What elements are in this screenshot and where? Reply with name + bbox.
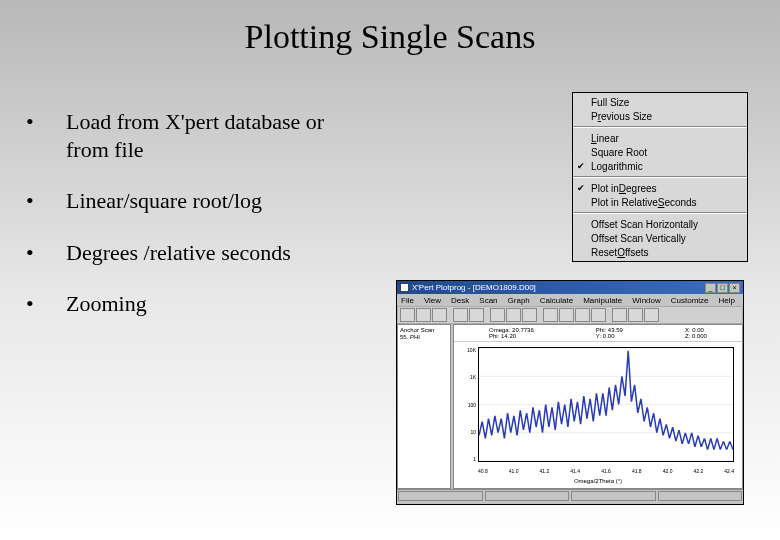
menu-offset-horizontal[interactable]: Offset Scan Horizontally (573, 217, 747, 231)
toolbar-button[interactable] (469, 308, 484, 322)
bullet-dot: • (26, 239, 66, 267)
context-menu: Full Size Previous Size Linear Square Ro… (572, 92, 748, 262)
bullet-text: Load from X'pert database or from file (66, 108, 366, 163)
toolbar-button[interactable] (490, 308, 505, 322)
plot-application-window: X'Pert Plotprog - [DEMO1809.D00] _ □ × F… (396, 280, 744, 505)
toolbar-button[interactable] (591, 308, 606, 322)
chart-svg (479, 348, 733, 461)
menu-previous-size[interactable]: Previous Size (573, 109, 747, 123)
toolbar-button[interactable] (400, 308, 415, 322)
toolbar-button[interactable] (644, 308, 659, 322)
bullet-list: •Load from X'pert database or from file … (26, 108, 366, 342)
menu-full-size[interactable]: Full Size (573, 95, 747, 109)
menu-square-root[interactable]: Square Root (573, 145, 747, 159)
scan-tree-sidebar[interactable]: Anchor Scan 55. PHI (397, 324, 451, 489)
toolbar-button[interactable] (543, 308, 558, 322)
close-button[interactable]: × (729, 283, 740, 293)
toolbar-button[interactable] (506, 308, 521, 322)
menu-window[interactable]: Window (632, 296, 660, 305)
toolbar-button[interactable] (416, 308, 431, 322)
minimize-button[interactable]: _ (705, 283, 716, 293)
menu-calculate[interactable]: Calculate (540, 296, 573, 305)
toolbar-button[interactable] (559, 308, 574, 322)
menu-logarithmic[interactable]: ✔Logarithmic (573, 159, 747, 173)
maximize-button[interactable]: □ (717, 283, 728, 293)
status-cell (658, 491, 743, 501)
menu-view[interactable]: View (424, 296, 441, 305)
menu-customize[interactable]: Customize (671, 296, 709, 305)
menu-graph[interactable]: Graph (508, 296, 530, 305)
status-cell (398, 491, 483, 501)
status-bar (397, 489, 743, 502)
bullet-item: •Linear/square root/log (26, 187, 366, 215)
menu-desk[interactable]: Desk (451, 296, 469, 305)
menu-offset-vertical[interactable]: Offset Scan Vertically (573, 231, 747, 245)
bullet-item: •Zooming (26, 290, 366, 318)
toolbar-button[interactable] (575, 308, 590, 322)
bullet-dot: • (26, 290, 66, 318)
menu-help[interactable]: Help (719, 296, 735, 305)
sidebar-line: 55. PHI (400, 334, 448, 341)
menu-file[interactable]: File (401, 296, 414, 305)
menu-linear[interactable]: Linear (573, 131, 747, 145)
toolbar-button[interactable] (612, 308, 627, 322)
app-icon (400, 283, 409, 292)
check-icon: ✔ (577, 161, 585, 171)
plot-canvas[interactable]: Omega: 20.7736Phi: 14.20 Phi: 43.59Y: 0.… (453, 324, 743, 489)
bullet-item: •Degrees /relative seconds (26, 239, 366, 267)
menu-plot-degrees[interactable]: ✔Plot in Degrees (573, 181, 747, 195)
menu-reset-offsets[interactable]: Reset Offsets (573, 245, 747, 259)
check-icon: ✔ (577, 183, 585, 193)
toolbar-button[interactable] (522, 308, 537, 322)
app-toolbar (397, 306, 743, 324)
chart-region[interactable] (478, 347, 734, 462)
window-titlebar[interactable]: X'Pert Plotprog - [DEMO1809.D00] _ □ × (397, 281, 743, 294)
menu-plot-seconds[interactable]: Plot in Relative Seconds (573, 195, 747, 209)
window-title: X'Pert Plotprog - [DEMO1809.D00] (412, 283, 536, 292)
slide-title: Plotting Single Scans (0, 0, 780, 56)
y-axis-ticks: 10K 1K 100 10 1 (456, 347, 476, 462)
toolbar-button[interactable] (432, 308, 447, 322)
menu-scan[interactable]: Scan (479, 296, 497, 305)
bullet-dot: • (26, 187, 66, 215)
x-axis-ticks: 40.8 41.0 41.2 41.4 41.6 41.8 42.0 42.2 … (478, 468, 734, 474)
bullet-text: Linear/square root/log (66, 187, 262, 215)
sidebar-line: Anchor Scan (400, 327, 448, 334)
bullet-dot: • (26, 108, 66, 163)
bullet-item: •Load from X'pert database or from file (26, 108, 366, 163)
toolbar-button[interactable] (453, 308, 468, 322)
status-cell (571, 491, 656, 501)
bullet-text: Degrees /relative seconds (66, 239, 291, 267)
app-menubar: File View Desk Scan Graph Calculate Mani… (397, 294, 743, 306)
menu-manipulate[interactable]: Manipulate (583, 296, 622, 305)
x-axis-label: Omega/2Theta (°) (454, 478, 742, 484)
bullet-text: Zooming (66, 290, 147, 318)
status-cell (485, 491, 570, 501)
toolbar-button[interactable] (628, 308, 643, 322)
plot-info-header: Omega: 20.7736Phi: 14.20 Phi: 43.59Y: 0.… (454, 325, 742, 342)
